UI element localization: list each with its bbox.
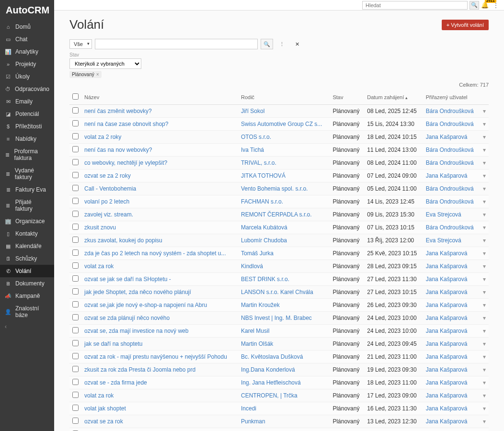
- call-name-link[interactable]: volat za 2 roky: [84, 134, 121, 140]
- parent-link[interactable]: FACHMAN s.r.o.: [241, 198, 283, 205]
- filter-clear-icon[interactable]: ✕: [291, 39, 304, 49]
- parent-link[interactable]: Lubomír Chudoba: [241, 237, 287, 244]
- call-name-link[interactable]: ozvat se za 2 roky: [84, 172, 131, 179]
- parent-link[interactable]: Incedi: [241, 405, 256, 412]
- sidebar-collapse-icon[interactable]: ‹: [0, 321, 54, 332]
- sidebar-item-dokumenty[interactable]: 🗎Dokumenty: [0, 277, 54, 290]
- row-menu-icon[interactable]: ▾: [480, 363, 489, 376]
- row-menu-icon[interactable]: ▾: [480, 157, 489, 170]
- sidebar-item-emaily[interactable]: ✉Emaily: [0, 95, 54, 108]
- parent-link[interactable]: Iva Tichá: [241, 147, 264, 153]
- call-name-link[interactable]: jak se daří na shoptetu: [84, 340, 142, 347]
- row-menu-icon[interactable]: ▾: [480, 338, 489, 351]
- user-link[interactable]: Bára Ondroušková: [426, 108, 474, 114]
- row-menu-icon[interactable]: ▾: [480, 428, 489, 431]
- sidebar-item-faktury-eva[interactable]: ≣Faktury Eva: [0, 183, 54, 196]
- user-link[interactable]: Eva Strejcová: [426, 237, 461, 244]
- search-button[interactable]: 🔍: [470, 1, 479, 10]
- parent-link[interactable]: Marcela Kubátová: [241, 224, 287, 231]
- row-menu-icon[interactable]: ▾: [480, 389, 489, 402]
- row-menu-icon[interactable]: ▾: [480, 325, 489, 338]
- row-checkbox[interactable]: [72, 159, 79, 165]
- row-menu-icon[interactable]: ▾: [480, 415, 489, 428]
- user-link[interactable]: Jana Kašparová: [426, 134, 468, 140]
- col-user[interactable]: Přiřazený uživatel: [423, 90, 480, 105]
- user-link[interactable]: Eva Strejcová: [426, 211, 461, 218]
- row-checkbox[interactable]: [72, 301, 79, 307]
- user-link[interactable]: Jana Kašparová: [426, 289, 468, 295]
- call-name-link[interactable]: není čas na nov webovky?: [84, 147, 152, 153]
- call-name-link[interactable]: zda je čas po 2 letech na nový systém - …: [84, 250, 226, 257]
- user-link[interactable]: Jana Kašparová: [426, 302, 468, 308]
- call-name-link[interactable]: volaní po 2 letech: [84, 198, 129, 205]
- parent-link[interactable]: Jiří Sokol: [241, 108, 264, 114]
- row-checkbox[interactable]: [72, 405, 79, 411]
- row-checkbox[interactable]: [72, 185, 79, 191]
- row-checkbox[interactable]: [72, 262, 79, 269]
- user-link[interactable]: Jana Kašparová: [426, 379, 468, 386]
- notifications-icon[interactable]: 🔔2511: [481, 1, 489, 9]
- filter-options-icon[interactable]: ⋮: [276, 39, 288, 49]
- call-name-link[interactable]: ozvat se za rok: [84, 418, 123, 425]
- parent-link[interactable]: TRIVAL, s.r.o.: [241, 159, 276, 166]
- parent-link[interactable]: Bc. Květoslava Dušková: [241, 353, 303, 360]
- user-link[interactable]: Jana Kašparová: [426, 405, 468, 412]
- tag-remove-icon[interactable]: ×: [96, 72, 99, 77]
- call-name-link[interactable]: co webovky, nechtějí je vylepšit?: [84, 159, 167, 166]
- parent-link[interactable]: Punkman: [241, 418, 265, 425]
- sidebar-item-znalostní-báze[interactable]: 👤Znalostní báze: [0, 302, 54, 321]
- row-menu-icon[interactable]: ▾: [480, 208, 489, 221]
- parent-link[interactable]: BEST DRINK s.r.o.: [241, 276, 289, 283]
- col-start-date[interactable]: Datum zahájení: [364, 90, 423, 105]
- row-menu-icon[interactable]: ▾: [480, 351, 489, 363]
- sidebar-item-domů[interactable]: ⌂Domů: [0, 21, 54, 33]
- call-name-link[interactable]: ozvat se, zda mají investice na nový web: [84, 328, 188, 334]
- user-link[interactable]: Jana Kašparová: [426, 263, 468, 270]
- row-checkbox[interactable]: [72, 288, 79, 295]
- user-link[interactable]: Jana Kašparová: [426, 392, 468, 399]
- parent-link[interactable]: NBS Invest | Ing. M. Brabec: [241, 315, 312, 321]
- sidebar-item-přijaté-faktury[interactable]: ≣Přijaté faktury: [0, 196, 54, 215]
- call-name-link[interactable]: není čas změnit webovky?: [84, 108, 152, 114]
- sidebar-item-schůzky[interactable]: 🗓Schůzky: [0, 252, 54, 265]
- call-name-link[interactable]: zkusit znovu: [84, 224, 116, 231]
- row-menu-icon[interactable]: ▾: [480, 286, 489, 299]
- filter-text-input[interactable]: [95, 39, 258, 49]
- sidebar-item-úkoly[interactable]: ☑Úkoly: [0, 70, 54, 83]
- call-name-link[interactable]: ozvat se zda plánují něco nového: [84, 315, 170, 321]
- parent-link[interactable]: Martin Kroužek: [241, 302, 280, 308]
- user-link[interactable]: Bára Ondroušková: [426, 121, 474, 127]
- parent-link[interactable]: Martin Olšák: [241, 340, 273, 347]
- user-link[interactable]: Jana Kašparová: [426, 276, 468, 283]
- sidebar-item-potenciál[interactable]: ◪Potenciál: [0, 108, 54, 120]
- parent-link[interactable]: REMONT ČERPADLA s.r.o.: [241, 211, 312, 218]
- row-checkbox[interactable]: [72, 198, 79, 204]
- col-name[interactable]: Název: [81, 90, 238, 105]
- parent-link[interactable]: CENTROPEN, | Trčka: [241, 392, 298, 399]
- parent-link[interactable]: Tomáš Jurka: [241, 250, 274, 257]
- row-checkbox[interactable]: [72, 392, 79, 398]
- user-link[interactable]: Bára Ondroušková: [426, 224, 474, 231]
- select-all-checkbox[interactable]: [72, 93, 79, 100]
- user-link[interactable]: Jana Kašparová: [426, 250, 468, 257]
- col-state[interactable]: Stav: [330, 90, 364, 105]
- parent-link[interactable]: Vento Bohemia spol. s.r.o.: [241, 185, 308, 192]
- row-menu-icon[interactable]: ▾: [480, 260, 489, 273]
- call-name-link[interactable]: volat za rok: [84, 392, 114, 399]
- call-name-link[interactable]: zkusit za rok zda Presta či Joomla nebo …: [84, 366, 195, 373]
- call-name-link[interactable]: volat jak shoptet: [84, 405, 126, 412]
- call-name-link[interactable]: ozvat se,jak jde nový e-shop-a napojení …: [84, 302, 207, 308]
- call-name-link[interactable]: zavolej viz. stream.: [84, 211, 133, 218]
- call-name-link[interactable]: ozvat se jak se daří na SHoptetu -: [84, 276, 171, 283]
- user-link[interactable]: Jana Kašparová: [426, 366, 468, 373]
- user-link[interactable]: Jana Kašparová: [426, 353, 468, 360]
- user-link[interactable]: Jana Kašparová: [426, 418, 468, 425]
- row-checkbox[interactable]: [72, 353, 79, 359]
- parent-link[interactable]: Kindlová: [241, 263, 263, 270]
- sidebar-item-vydané-faktury[interactable]: ≣Vydané faktury: [0, 164, 54, 183]
- call-name-link[interactable]: není na čase zase obnovit shop?: [84, 121, 168, 127]
- row-checkbox[interactable]: [72, 314, 79, 320]
- call-name-link[interactable]: volat za rok: [84, 263, 114, 270]
- stav-filter-tag[interactable]: Plánovaný×: [69, 71, 102, 78]
- row-menu-icon[interactable]: ▾: [480, 299, 489, 312]
